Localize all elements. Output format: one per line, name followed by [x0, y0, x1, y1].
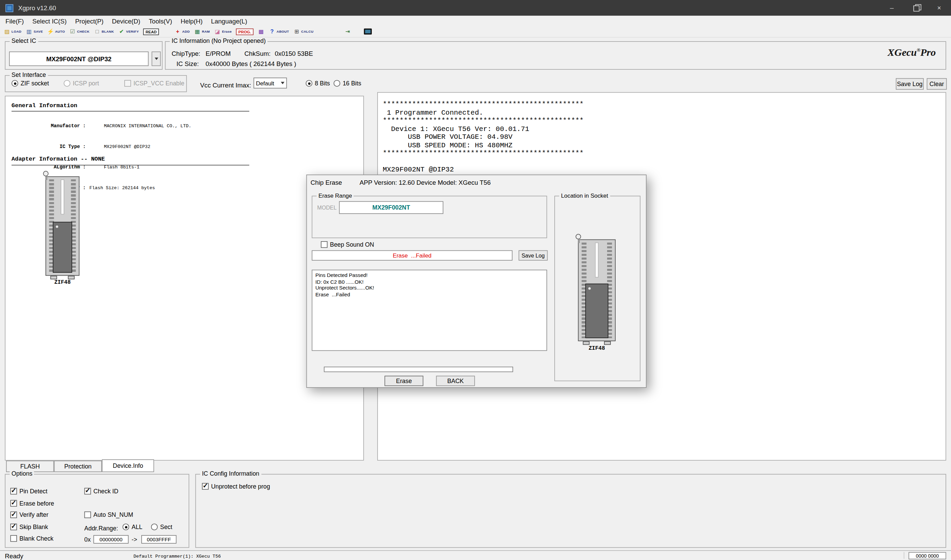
toolbar-load-button[interactable]: ▨ LOAD	[4, 28, 22, 35]
skip-blank-checkbox[interactable]: Skip Blank	[10, 524, 48, 531]
zif-lever-icon	[576, 234, 581, 240]
chiptype-label: ChipType:	[171, 50, 200, 57]
chksum-value: 0x0150 53BE	[275, 50, 313, 57]
dialog-save-log-button[interactable]: Save Log	[519, 251, 548, 261]
zif-socket-graphic	[578, 240, 616, 341]
pin-detect-checkbox[interactable]: Pin Detect	[10, 488, 47, 495]
bits-16-radio[interactable]: 16 Bits	[334, 80, 361, 87]
back-button[interactable]: BACK	[436, 375, 475, 386]
zif-socket-radio[interactable]: ZIF socket	[12, 80, 49, 87]
close-button[interactable]: ×	[928, 0, 951, 15]
brand-name: XGecu	[888, 47, 917, 58]
checkbox-icon	[10, 500, 17, 507]
icsp-port-radio[interactable]: ICSP port	[64, 80, 99, 87]
addr-to-input[interactable]	[141, 535, 176, 544]
save-log-button[interactable]: Save Log	[896, 78, 924, 90]
status-ready-text: Ready	[5, 552, 23, 559]
dialog-title-bar: Chip Erase APP Version: 12.60 Device Mod…	[310, 178, 491, 186]
checkbox-icon	[10, 524, 17, 531]
toolbar-ram-label: RAM	[202, 29, 210, 33]
checkbox-icon	[10, 511, 17, 518]
unprotect-checkbox[interactable]: Unprotect before prog	[202, 483, 270, 490]
menu-device[interactable]: Device(D)	[108, 17, 144, 25]
menu-tools[interactable]: Tools(V)	[144, 17, 176, 25]
toolbar-read-button[interactable]: READ	[143, 28, 159, 35]
erase-button[interactable]: Erase	[384, 375, 423, 386]
check-id-checkbox[interactable]: Check ID	[85, 488, 119, 495]
toolbar-save-button[interactable]: ▥ SAVE	[26, 28, 43, 35]
toolbar-tv-button[interactable]	[364, 29, 372, 35]
addr-sect-label: Sect	[160, 524, 172, 531]
radio-icon	[334, 80, 341, 87]
pin1-dot	[588, 287, 591, 289]
window-controls: – ×	[880, 0, 951, 15]
tab-device-info[interactable]: Device.Info	[102, 459, 154, 472]
bits-8-label: 8 Bits	[315, 80, 330, 87]
toolbar-about-label: ABOUT	[276, 29, 289, 33]
toolbar-prog-button[interactable]: PROG.	[236, 28, 254, 35]
toolbar-blank-button[interactable]: □ BLANK	[94, 28, 114, 35]
icsp-vcc-checkbox[interactable]: ICSP_VCC Enable	[124, 80, 184, 87]
toolbar-ram-button[interactable]: ▦ RAM	[194, 28, 210, 35]
blank-check-checkbox[interactable]: Blank Check	[10, 535, 54, 542]
erase-range-group: Erase Range MODEL MX29F002NT	[312, 195, 547, 238]
maximize-button[interactable]	[904, 0, 927, 15]
toolbar-blank-label: BLANK	[102, 29, 114, 33]
menu-select-ic[interactable]: Select IC(S)	[28, 17, 71, 25]
folder-open-icon: ▨	[4, 28, 11, 35]
check-ic-icon: ☑	[69, 28, 76, 35]
addr-all-label: ALL	[132, 524, 143, 531]
general-info-heading: General Information	[12, 102, 77, 109]
icsp-vcc-label: ICSP_VCC Enable	[133, 80, 185, 87]
vcc-imax-select[interactable]: Default	[254, 78, 287, 88]
checkmark-icon: ✔	[118, 28, 125, 35]
toolbar-load-label: LOAD	[12, 29, 22, 33]
zif-socket-graphic	[46, 176, 80, 275]
checkbox-icon	[321, 241, 327, 248]
verify-after-checkbox[interactable]: Verify after	[10, 511, 48, 518]
clear-button[interactable]: Clear	[927, 78, 947, 90]
toolbar-calcu-button[interactable]: ⊞ CALCU	[293, 28, 313, 35]
toolbar-auto-button[interactable]: ⚡ AUTO	[47, 28, 65, 35]
pin-detect-label: Pin Detect	[19, 488, 47, 495]
app-icon	[5, 4, 13, 12]
status-counter-box: 0000 0000	[908, 552, 946, 559]
status-programmer-text: Default Programmer(1): XGecu T56	[133, 554, 221, 558]
tab-protection[interactable]: Protection	[54, 461, 102, 472]
selected-ic-field[interactable]: MX29F002NT @DIP32	[9, 51, 149, 66]
select-ic-group: Select IC MX29F002NT @DIP32	[5, 41, 162, 70]
zif-socket-label: ZIF48	[574, 345, 619, 351]
log-line: ****************************************…	[383, 149, 941, 157]
toolbar-calcu-label: CALCU	[301, 29, 313, 33]
toolbar-verify-button[interactable]: ✔ VERIFY	[118, 28, 139, 35]
addr-sect-radio[interactable]: Sect	[151, 524, 172, 531]
pin1-dot	[56, 226, 58, 228]
bits-8-radio[interactable]: 8 Bits	[306, 80, 330, 87]
menu-language[interactable]: Language(L)	[207, 17, 251, 25]
title-bar: Xgpro v12.60 – ×	[0, 0, 951, 15]
ic-dropdown-button[interactable]	[151, 51, 161, 66]
brand-reg: ®	[917, 48, 920, 53]
toolbar-insert-ic-button[interactable]: ⇥	[344, 28, 351, 35]
icsp-port-label: ICSP port	[73, 80, 99, 87]
beep-sound-checkbox[interactable]: Beep Sound ON	[321, 241, 374, 248]
menu-help[interactable]: Help(H)	[176, 17, 207, 25]
erase-before-checkbox[interactable]: Erase before	[10, 500, 54, 507]
log-line	[383, 157, 941, 165]
skip-blank-label: Skip Blank	[19, 524, 48, 531]
chevron-down-icon	[281, 82, 285, 84]
toolbar-erase-button[interactable]: ◪ Erase	[214, 28, 232, 35]
minimize-button[interactable]: –	[880, 0, 904, 15]
toolbar-logic-button[interactable]: ▩	[258, 28, 264, 35]
location-in-socket-group: Location in Socket ZIF48	[554, 195, 641, 381]
socket-foot	[50, 275, 57, 279]
chiptype-value: E/PROM	[206, 50, 231, 57]
auto-sn-checkbox[interactable]: Auto SN_NUM	[85, 511, 133, 518]
toolbar-check-button[interactable]: ☑ CHECK	[69, 28, 90, 35]
toolbar-about-button[interactable]: ? ABOUT	[269, 28, 289, 35]
menu-project[interactable]: Project(P)	[71, 17, 108, 25]
menu-file[interactable]: File(F)	[2, 17, 28, 25]
toolbar-add-button[interactable]: + ADD	[174, 28, 190, 35]
addr-all-radio[interactable]: ALL	[123, 524, 142, 531]
addr-from-input[interactable]	[93, 535, 128, 544]
